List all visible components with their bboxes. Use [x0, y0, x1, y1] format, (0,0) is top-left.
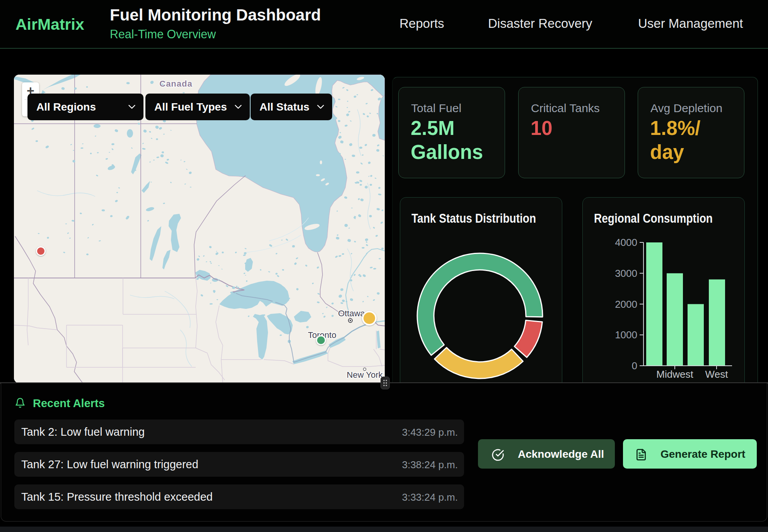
svg-text:West: West — [705, 368, 729, 380]
svg-text:Canada: Canada — [159, 79, 192, 89]
svg-text:Midwest: Midwest — [656, 368, 693, 380]
svg-text:3000: 3000 — [615, 268, 637, 279]
svg-text:0: 0 — [632, 360, 637, 372]
svg-text:4000: 4000 — [615, 237, 637, 248]
svg-text:2000: 2000 — [615, 298, 637, 310]
svg-text:New York: New York — [347, 370, 383, 380]
svg-text:Ottawa: Ottawa — [338, 309, 365, 318]
svg-text:1000: 1000 — [615, 329, 637, 341]
